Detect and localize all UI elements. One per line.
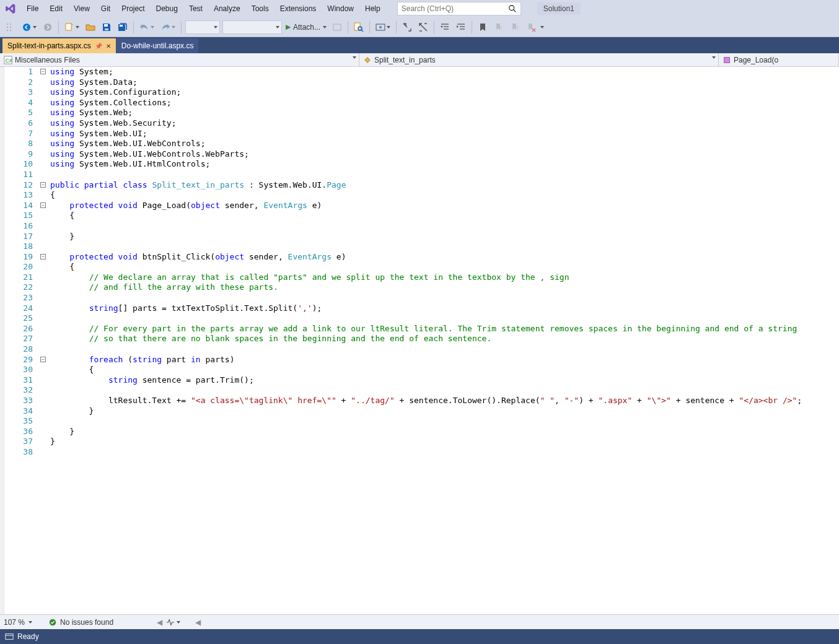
tab-inactive-label: Do-while-until.aspx.cs xyxy=(121,41,194,50)
save-all-button[interactable] xyxy=(115,20,130,34)
caret-nav-icon[interactable]: ◀ xyxy=(157,618,162,627)
menu-project[interactable]: Project xyxy=(116,2,150,15)
indent-button[interactable] xyxy=(454,20,468,34)
menu-debug[interactable]: Debug xyxy=(151,2,183,15)
svg-point-8 xyxy=(23,24,30,31)
bookmark-button[interactable] xyxy=(475,20,490,34)
svg-text:C#: C# xyxy=(6,57,12,63)
svg-rect-11 xyxy=(104,24,108,27)
svg-point-4 xyxy=(7,30,8,31)
pin-icon[interactable]: 📌 xyxy=(95,43,102,50)
chevron-down-icon xyxy=(712,56,716,59)
nav-bar: C# Miscellaneous Files Split_text_in_par… xyxy=(0,53,839,67)
menu-edit[interactable]: Edit xyxy=(44,2,68,15)
pulse-icon xyxy=(166,618,175,627)
menu-help[interactable]: Help xyxy=(359,2,386,15)
menu-analyze[interactable]: Analyze xyxy=(208,2,246,15)
menu-git[interactable]: Git xyxy=(95,2,116,15)
caret-nav-icon-2[interactable]: ◀ xyxy=(195,618,201,627)
search-input[interactable] xyxy=(402,4,508,13)
menu-tools[interactable]: Tools xyxy=(246,2,275,15)
redo-button[interactable] xyxy=(158,20,178,34)
code-content[interactable]: using System;using System.Data;using Sys… xyxy=(49,67,839,614)
output-icon xyxy=(5,632,14,641)
health-indicator[interactable] xyxy=(166,618,180,627)
toolbar: ▶Attach... xyxy=(0,17,839,37)
status-text: Ready xyxy=(17,632,39,641)
vs-logo-icon xyxy=(5,3,16,14)
fold-toggle-icon[interactable]: − xyxy=(40,254,46,259)
toolbar-overflow-icon[interactable] xyxy=(540,26,544,28)
status-bar: Ready xyxy=(0,629,839,644)
browser-link-button[interactable] xyxy=(373,20,393,34)
fold-toggle-icon[interactable]: − xyxy=(40,182,46,188)
zoom-combo[interactable]: 107 % xyxy=(4,618,36,627)
scope-label: Miscellaneous Files xyxy=(15,56,80,64)
svg-rect-13 xyxy=(120,25,123,27)
tab-inactive[interactable]: Do-while-until.aspx.cs xyxy=(116,38,199,53)
svg-point-0 xyxy=(509,6,514,11)
step-over-button[interactable] xyxy=(416,20,431,34)
member-combo[interactable]: Page_Load(o xyxy=(719,53,839,66)
svg-point-5 xyxy=(10,24,11,25)
svg-point-3 xyxy=(7,27,8,28)
solution-label[interactable]: Solution1 xyxy=(537,2,581,15)
menu-window[interactable]: Window xyxy=(322,2,359,15)
search-box[interactable] xyxy=(397,2,521,15)
menu-file[interactable]: File xyxy=(21,2,44,15)
fold-toggle-icon[interactable]: − xyxy=(40,69,46,74)
find-in-files-button[interactable] xyxy=(351,20,366,34)
search-icon xyxy=(508,4,517,13)
attach-extra-button[interactable] xyxy=(330,20,345,34)
step-into-button[interactable] xyxy=(400,20,415,34)
svg-line-1 xyxy=(513,10,516,12)
menu-bar: File Edit View Git Project Debug Test An… xyxy=(0,0,839,17)
margin-strip xyxy=(0,67,4,614)
member-label: Page_Load(o xyxy=(734,56,778,64)
outdent-button[interactable] xyxy=(437,20,452,34)
fold-strip[interactable]: −−−−− xyxy=(39,67,49,614)
config-combo[interactable] xyxy=(185,20,220,34)
clear-bookmarks-button[interactable] xyxy=(524,20,538,34)
prev-bookmark-button[interactable] xyxy=(491,20,506,34)
undo-button[interactable] xyxy=(137,20,157,34)
issues-indicator[interactable]: No issues found xyxy=(48,618,113,627)
svg-rect-10 xyxy=(66,24,71,30)
method-icon xyxy=(723,56,731,64)
svg-rect-30 xyxy=(724,57,730,63)
next-bookmark-button[interactable] xyxy=(507,20,522,34)
check-circle-icon xyxy=(48,618,57,627)
close-icon[interactable]: ✕ xyxy=(106,43,111,50)
issues-label: No issues found xyxy=(60,618,113,627)
menu-test[interactable]: Test xyxy=(183,2,208,15)
class-combo[interactable]: Split_text_in_parts xyxy=(359,53,719,66)
nav-fwd-button[interactable] xyxy=(40,20,55,34)
svg-point-19 xyxy=(379,26,382,28)
tab-active[interactable]: Split-text-in-parts.aspx.cs 📌 ✕ xyxy=(2,38,116,53)
csharp-file-icon: C# xyxy=(4,56,12,64)
nav-back-button[interactable] xyxy=(19,20,39,34)
menu-extensions[interactable]: Extensions xyxy=(275,2,322,15)
tab-strip: Split-text-in-parts.aspx.cs 📌 ✕ Do-while… xyxy=(0,37,839,53)
class-icon xyxy=(363,56,372,64)
scope-combo[interactable]: C# Miscellaneous Files xyxy=(0,53,359,66)
attach-button[interactable]: ▶Attach... xyxy=(283,20,329,34)
fold-toggle-icon[interactable]: − xyxy=(40,357,46,362)
svg-rect-12 xyxy=(105,28,108,30)
svg-rect-14 xyxy=(333,24,341,30)
fold-toggle-icon[interactable]: − xyxy=(40,202,46,208)
line-number-gutter: 1234567891011121314151617181920212223242… xyxy=(4,67,39,614)
code-editor[interactable]: 1234567891011121314151617181920212223242… xyxy=(0,67,839,614)
open-button[interactable] xyxy=(83,20,98,34)
svg-line-17 xyxy=(361,30,363,32)
attach-label: Attach... xyxy=(293,23,320,32)
svg-point-9 xyxy=(44,24,51,31)
class-label: Split_text_in_parts xyxy=(374,56,436,64)
grip-icon xyxy=(3,20,18,34)
chevron-down-icon xyxy=(353,56,356,59)
platform-combo[interactable] xyxy=(222,20,282,34)
editor-status-bar: 107 % No issues found ◀ ◀ xyxy=(0,614,839,629)
save-button[interactable] xyxy=(99,20,114,34)
new-item-button[interactable] xyxy=(62,20,82,34)
menu-view[interactable]: View xyxy=(68,2,95,15)
